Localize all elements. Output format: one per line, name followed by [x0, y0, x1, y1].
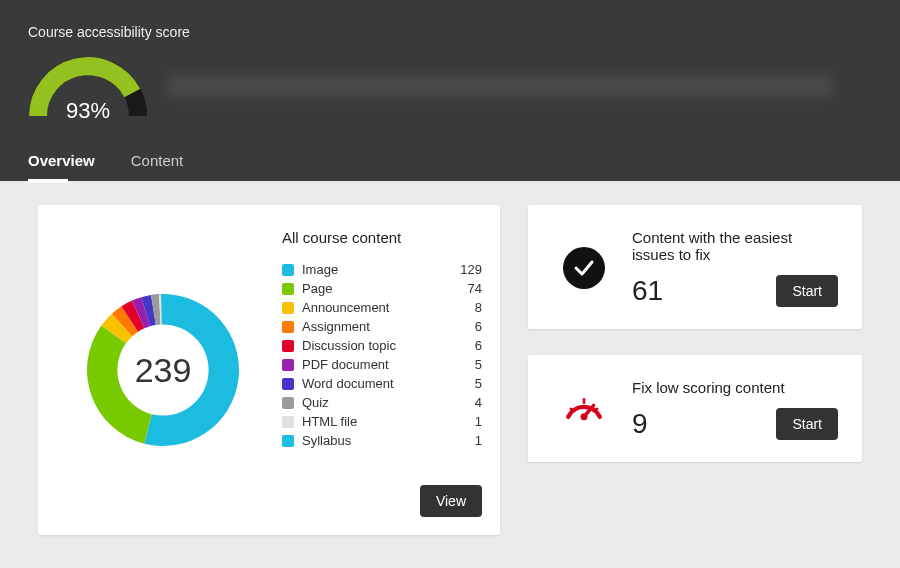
score-percent: 93% [28, 98, 148, 124]
easy-issues-card: Content with the easiest issues to fix 6… [528, 205, 862, 329]
legend-count: 5 [467, 376, 482, 391]
course-title-blurred [168, 76, 832, 96]
legend-count: 6 [467, 338, 482, 353]
legend-row: Discussion topic6 [282, 338, 482, 353]
legend-swatch [282, 302, 294, 314]
legend-count: 5 [467, 357, 482, 372]
easy-issues-title: Content with the easiest issues to fix [632, 229, 838, 263]
legend-swatch [282, 264, 294, 276]
legend-label: Quiz [302, 395, 467, 410]
legend-count: 1 [467, 414, 482, 429]
tab-content[interactable]: Content [131, 140, 184, 181]
svg-line-4 [594, 408, 598, 410]
speedometer-icon [563, 387, 605, 433]
legend-swatch [282, 397, 294, 409]
low-score-card: Fix low scoring content 9 Start [528, 355, 862, 462]
legend-swatch [282, 378, 294, 390]
legend-count: 4 [467, 395, 482, 410]
low-score-count: 9 [632, 408, 648, 440]
legend-count: 129 [452, 262, 482, 277]
content-legend: All course content Image129Page74Announc… [278, 229, 482, 511]
legend-count: 6 [467, 319, 482, 334]
legend-row: HTML file1 [282, 414, 482, 429]
legend-label: Syllabus [302, 433, 467, 448]
legend-row: Syllabus1 [282, 433, 482, 448]
low-start-button[interactable]: Start [776, 408, 838, 440]
legend-row: Image129 [282, 262, 482, 277]
view-button[interactable]: View [420, 485, 482, 517]
main: 239 All course content Image129Page74Ann… [0, 181, 900, 559]
legend-label: Discussion topic [302, 338, 467, 353]
page-title: Course accessibility score [28, 24, 872, 40]
legend-swatch [282, 340, 294, 352]
easy-start-button[interactable]: Start [776, 275, 838, 307]
legend-label: PDF document [302, 357, 467, 372]
legend-count: 1 [467, 433, 482, 448]
content-total: 239 [135, 351, 192, 390]
legend-row: Announcement8 [282, 300, 482, 315]
legend-swatch [282, 321, 294, 333]
content-breakdown-card: 239 All course content Image129Page74Ann… [38, 205, 500, 535]
legend-label: Announcement [302, 300, 467, 315]
legend-row: Quiz4 [282, 395, 482, 410]
right-column: Content with the easiest issues to fix 6… [528, 205, 862, 535]
legend-label: Word document [302, 376, 467, 391]
legend-row: Assignment6 [282, 319, 482, 334]
legend-count: 8 [467, 300, 482, 315]
accessibility-gauge: 93% [28, 56, 148, 116]
tabs: Overview Content [28, 140, 872, 181]
legend-swatch [282, 435, 294, 447]
legend-swatch [282, 359, 294, 371]
svg-line-2 [571, 408, 575, 410]
legend-row: Word document5 [282, 376, 482, 391]
legend-count: 74 [460, 281, 482, 296]
legend-row: PDF document5 [282, 357, 482, 372]
easy-issues-count: 61 [632, 275, 663, 307]
legend-label: HTML file [302, 414, 467, 429]
legend-row: Page74 [282, 281, 482, 296]
header: Course accessibility score 93% Overview … [0, 0, 900, 181]
low-score-title: Fix low scoring content [632, 379, 838, 396]
score-row: 93% [28, 56, 872, 116]
legend-label: Page [302, 281, 460, 296]
content-legend-title: All course content [282, 229, 482, 246]
content-donut-chart: 239 [48, 229, 278, 511]
legend-swatch [282, 416, 294, 428]
legend-swatch [282, 283, 294, 295]
tab-overview[interactable]: Overview [28, 140, 95, 181]
legend-label: Image [302, 262, 452, 277]
check-circle-icon [563, 247, 605, 289]
legend-label: Assignment [302, 319, 467, 334]
